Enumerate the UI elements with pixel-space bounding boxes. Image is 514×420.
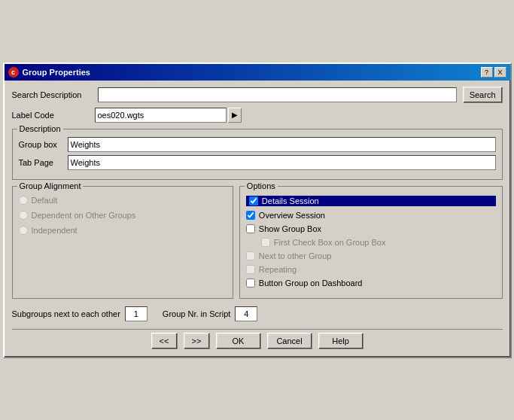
next-to-group-label: Next to other Group — [259, 251, 332, 260]
middle-section: Group Alignment Default Dependent on Oth… — [12, 186, 503, 299]
group-box-row: Group box — [19, 137, 496, 152]
button-bar: << >> OK Cancel Help — [12, 329, 503, 349]
repeating-row: Repeating — [246, 265, 496, 274]
first-check-box-row: First Check Box on Group Box — [261, 238, 496, 247]
radio-default-label: Default — [32, 196, 58, 205]
details-session-label: Details Session — [262, 196, 319, 205]
group-nr-field: Group Nr. in Script — [163, 306, 257, 321]
next-button[interactable]: >> — [184, 333, 210, 349]
ok-button[interactable]: OK — [216, 333, 261, 349]
repeating-label: Repeating — [259, 265, 297, 274]
button-group-row: Button Group on Dashboard — [246, 278, 496, 288]
label-code-input[interactable] — [95, 108, 227, 123]
subgroups-field: Subgroups next to each other — [12, 306, 148, 321]
help-button[interactable]: Help — [318, 333, 363, 349]
group-box-input[interactable] — [68, 137, 496, 152]
first-check-box-checkbox[interactable] — [261, 238, 270, 247]
tab-page-input[interactable] — [68, 155, 496, 170]
alignment-box: Group Alignment Default Dependent on Oth… — [12, 186, 233, 299]
title-bar: c Group Properties ? X — [5, 64, 510, 81]
button-group-checkbox[interactable] — [246, 278, 255, 288]
description-legend: Description — [17, 124, 63, 133]
description-group-box: Description Group box Tab Page — [12, 129, 503, 180]
label-code-row: Label Code ▶ — [12, 108, 503, 123]
show-group-box-row: Show Group Box — [246, 224, 496, 233]
group-box-label: Group box — [19, 140, 68, 149]
first-check-box-label: First Check Box on Group Box — [274, 238, 386, 247]
overview-session-checkbox[interactable] — [246, 211, 255, 220]
button-group-label: Button Group on Dashboard — [259, 278, 363, 288]
group-nr-input[interactable] — [235, 306, 257, 321]
options-legend: Options — [245, 181, 278, 190]
tab-page-row: Tab Page — [19, 155, 496, 170]
show-group-box-checkbox[interactable] — [246, 224, 255, 233]
main-window: c Group Properties ? X Search Descriptio… — [3, 62, 512, 358]
radio-default-input[interactable] — [19, 196, 28, 205]
content-area: Search Description Search Label Code ▶ D… — [5, 81, 510, 357]
tab-page-label: Tab Page — [19, 158, 68, 167]
window-title: Group Properties — [23, 68, 90, 77]
options-box: Options Details Session Overview Session… — [239, 186, 503, 299]
label-code-arrow-button[interactable]: ▶ — [228, 108, 242, 123]
radio-independent: Independent — [19, 226, 227, 235]
next-to-group-row: Next to other Group — [246, 251, 496, 260]
radio-dependent: Dependent on Other Groups — [19, 211, 227, 220]
app-icon: c — [8, 67, 19, 78]
search-label: Search Description — [12, 90, 95, 99]
prev-button[interactable]: << — [151, 333, 178, 349]
overview-session-row: Overview Session — [246, 211, 496, 220]
bottom-fields-row: Subgroups next to each other Group Nr. i… — [12, 306, 503, 321]
cancel-button[interactable]: Cancel — [267, 333, 312, 349]
label-code-label: Label Code — [12, 111, 95, 120]
radio-independent-label: Independent — [32, 226, 78, 235]
alignment-legend: Group Alignment — [17, 181, 84, 190]
search-input[interactable] — [98, 87, 457, 102]
radio-default: Default — [19, 196, 227, 205]
next-to-group-checkbox[interactable] — [246, 251, 255, 260]
title-bar-left: c Group Properties — [8, 67, 90, 78]
overview-session-label: Overview Session — [259, 211, 325, 220]
show-group-box-label: Show Group Box — [259, 224, 321, 233]
group-nr-label: Group Nr. in Script — [163, 309, 230, 318]
details-session-checkbox[interactable] — [249, 196, 258, 205]
search-button[interactable]: Search — [463, 87, 503, 103]
radio-dependent-input[interactable] — [19, 211, 28, 220]
close-title-button[interactable]: X — [494, 67, 506, 78]
details-session-row: Details Session — [246, 196, 496, 206]
radio-independent-input[interactable] — [19, 226, 28, 235]
title-buttons: ? X — [481, 67, 506, 78]
subgroups-label: Subgroups next to each other — [12, 309, 120, 318]
repeating-checkbox[interactable] — [246, 265, 255, 274]
label-code-wrap: ▶ — [95, 108, 242, 123]
radio-dependent-label: Dependent on Other Groups — [32, 211, 136, 220]
search-row: Search Description Search — [12, 87, 503, 103]
help-title-button[interactable]: ? — [481, 67, 493, 78]
subgroups-input[interactable] — [125, 306, 148, 321]
